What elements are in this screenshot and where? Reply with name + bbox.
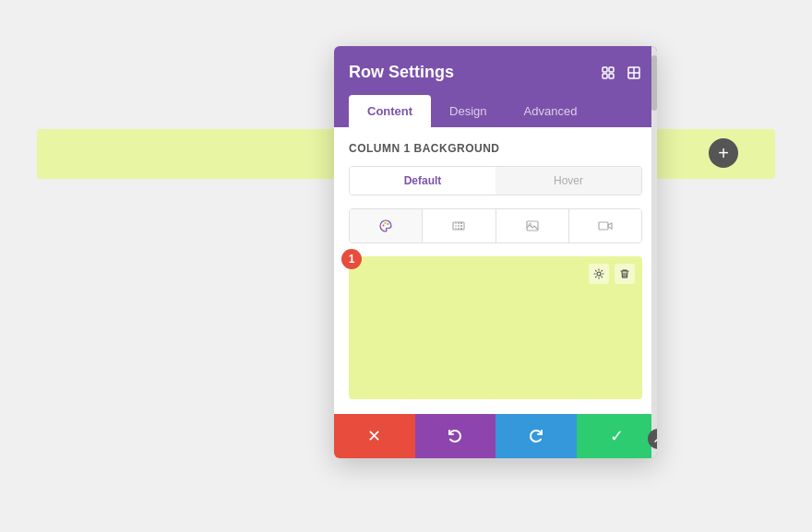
expand-icon[interactable] bbox=[600, 65, 616, 81]
state-default-btn[interactable]: Default bbox=[350, 167, 496, 195]
state-hover-btn[interactable]: Hover bbox=[496, 167, 641, 195]
svg-rect-1 bbox=[609, 67, 614, 72]
tab-advanced[interactable]: Advanced bbox=[506, 95, 596, 127]
redo-button[interactable] bbox=[496, 414, 577, 458]
grid-icon[interactable] bbox=[626, 65, 642, 81]
scrollbar[interactable] bbox=[651, 46, 657, 458]
svg-rect-0 bbox=[603, 67, 607, 72]
swatch-settings-icon[interactable] bbox=[589, 264, 609, 284]
svg-rect-16 bbox=[599, 222, 608, 230]
add-right-icon: + bbox=[718, 144, 729, 162]
bg-type-gradient[interactable] bbox=[423, 209, 496, 242]
panel-header-icons bbox=[600, 65, 642, 81]
section-label: Column 1 Background bbox=[349, 142, 642, 155]
svg-point-17 bbox=[597, 272, 601, 276]
panel-title: Row Settings bbox=[349, 63, 454, 82]
svg-point-9 bbox=[388, 223, 389, 225]
tab-design[interactable]: Design bbox=[431, 95, 505, 127]
svg-point-7 bbox=[383, 225, 385, 227]
cancel-button[interactable]: ✕ bbox=[334, 414, 415, 458]
panel-header: Row Settings bbox=[334, 46, 657, 127]
row-settings-panel: Row Settings bbox=[334, 46, 657, 458]
scrollbar-thumb[interactable] bbox=[651, 55, 657, 111]
add-row-button-right-container: + bbox=[709, 138, 738, 168]
tab-content[interactable]: Content bbox=[349, 95, 431, 127]
bg-type-video[interactable] bbox=[569, 209, 641, 242]
save-button[interactable]: ✓ bbox=[577, 414, 658, 458]
svg-point-8 bbox=[385, 222, 387, 224]
panel-header-top: Row Settings bbox=[349, 63, 642, 82]
svg-rect-2 bbox=[603, 74, 607, 78]
state-toggle: Default Hover bbox=[349, 166, 642, 195]
svg-rect-3 bbox=[609, 74, 614, 78]
panel-body: Column 1 Background Default Hover bbox=[334, 127, 657, 414]
color-preview-area: 1 bbox=[349, 256, 642, 399]
color-swatch[interactable] bbox=[349, 256, 642, 399]
panel-footer: ✕ ✓ bbox=[334, 414, 657, 458]
undo-button[interactable] bbox=[415, 414, 496, 458]
tabs: Content Design Advanced bbox=[349, 95, 642, 127]
badge-number: 1 bbox=[341, 249, 362, 269]
swatch-delete-icon[interactable] bbox=[615, 264, 635, 284]
bg-type-image[interactable] bbox=[496, 209, 569, 242]
bg-type-bar bbox=[349, 208, 642, 243]
bg-type-color[interactable] bbox=[350, 209, 423, 242]
add-row-button-right[interactable]: + bbox=[709, 138, 738, 168]
